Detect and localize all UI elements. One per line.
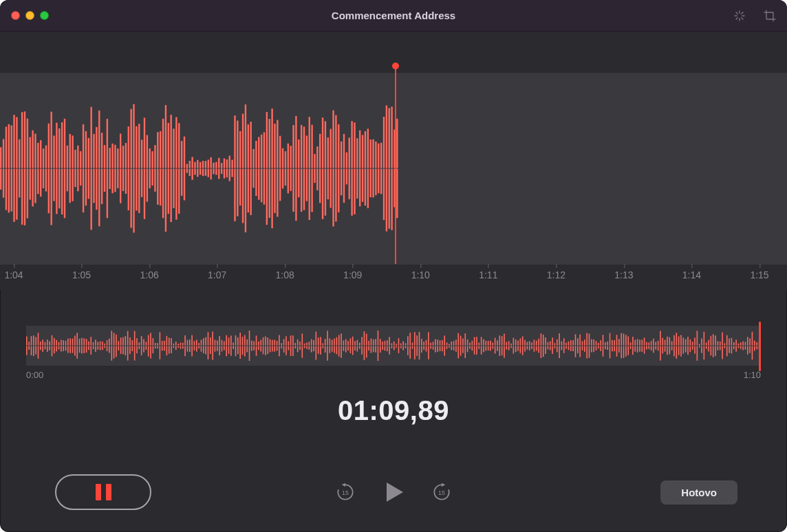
- overview-playhead[interactable]: [759, 322, 761, 371]
- svg-point-162: [213, 168, 214, 169]
- record-pause-button[interactable]: [55, 474, 151, 510]
- app-window: Commencement Address: [0, 0, 787, 532]
- window-controls: [11, 11, 49, 20]
- time-ruler[interactable]: 1:041:051:061:071:081:091:101:111:121:13…: [0, 264, 787, 290]
- overview-area: 0:00 1:10: [0, 290, 787, 380]
- waveform-overview: [26, 326, 761, 366]
- ruler-tick: 1:07: [208, 269, 226, 280]
- svg-point-163: [215, 168, 217, 169]
- ruler-tick: 1:14: [682, 269, 701, 280]
- waveform-main: [0, 73, 399, 264]
- svg-text:15: 15: [342, 489, 349, 496]
- minimize-window-button[interactable]: [25, 11, 34, 20]
- ruler-tick: 1:12: [547, 269, 565, 280]
- ruler-tick: 1:09: [343, 269, 362, 280]
- overview-track[interactable]: [26, 326, 761, 366]
- ruler-tick: 1:04: [4, 269, 23, 280]
- titlebar: Commencement Address: [0, 0, 787, 32]
- window-title: Commencement Address: [0, 10, 787, 21]
- svg-line-5: [742, 17, 744, 19]
- maximize-window-button[interactable]: [40, 11, 49, 20]
- ruler-tick: 1:10: [411, 269, 430, 280]
- svg-point-164: [221, 168, 222, 169]
- skip-back-button[interactable]: 15: [334, 481, 356, 503]
- trim-icon[interactable]: [761, 7, 779, 25]
- recording-timer: 01:09,89: [0, 395, 787, 426]
- svg-line-7: [742, 12, 744, 14]
- svg-point-161: [200, 168, 201, 169]
- overview-end-time: 1:10: [744, 370, 761, 380]
- svg-text:15: 15: [438, 489, 445, 496]
- waveform-area[interactable]: [0, 32, 787, 264]
- svg-point-160: [194, 168, 195, 169]
- close-window-button[interactable]: [11, 11, 20, 20]
- ruler-tick: 1:08: [276, 269, 294, 280]
- play-button[interactable]: [380, 478, 407, 506]
- skip-forward-button[interactable]: 15: [431, 481, 453, 503]
- playback-controls: 15 15: [334, 478, 453, 506]
- svg-point-159: [186, 168, 188, 169]
- ruler-tick: 1:15: [750, 269, 768, 280]
- ruler-tick: 1:06: [140, 269, 158, 280]
- done-button[interactable]: Hotovo: [660, 480, 737, 505]
- ruler-tick: 1:11: [479, 269, 497, 280]
- overview-labels: 0:00 1:10: [26, 370, 761, 380]
- playhead[interactable]: [395, 66, 396, 269]
- svg-line-4: [736, 12, 738, 14]
- enhance-icon[interactable]: [731, 7, 748, 25]
- pause-icon: [96, 484, 111, 500]
- ruler-tick: 1:13: [614, 269, 633, 280]
- overview-start-time: 0:00: [26, 370, 43, 380]
- transport-controls: 15 15 Hotovo: [0, 472, 787, 513]
- svg-line-6: [736, 17, 738, 19]
- ruler-tick: 1:05: [72, 269, 91, 280]
- titlebar-right: [731, 0, 779, 31]
